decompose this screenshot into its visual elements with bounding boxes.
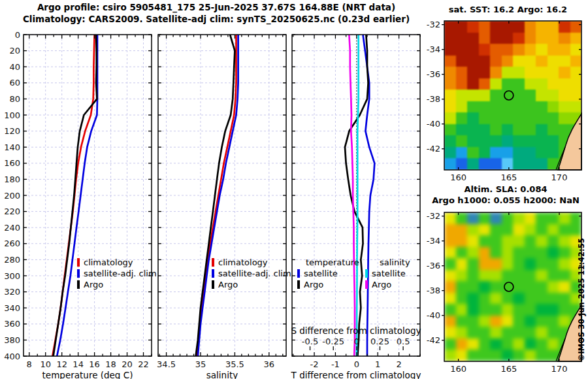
lat-tick-label: -38 (421, 286, 440, 295)
svg-text:-0.5: -0.5 (302, 337, 318, 346)
sst-map-title: sat. SST: 16.2 Argo: 16.2 (428, 4, 588, 15)
svg-text:80: 80 (9, 94, 20, 104)
lat-tick-label: -36 (421, 69, 440, 79)
difference-legend-salinity: salinitysatelliteArgo (365, 257, 410, 290)
svg-text:1: 1 (375, 359, 380, 369)
legend-label: satellite-adj. clim (84, 269, 157, 278)
svg-text:18: 18 (105, 359, 116, 369)
svg-text:0: 0 (15, 30, 20, 40)
svg-text:-2: -2 (310, 359, 319, 369)
argo-position-marker (504, 91, 514, 100)
svg-text:400: 400 (4, 352, 20, 361)
svg-text:salinity: salinity (206, 370, 238, 379)
legend-swatch (212, 258, 214, 267)
sst-map: -32-34-36-38-40-42160165170 (444, 21, 581, 170)
svg-text:320: 320 (4, 287, 20, 297)
legend-label: climatology (218, 257, 268, 267)
legend-swatch (212, 269, 214, 278)
legend-swatch (77, 258, 80, 267)
svg-text:180: 180 (4, 174, 20, 184)
lat-tick-label: -32 (421, 211, 440, 221)
legend-entry: satellite-adj. clim (77, 268, 157, 279)
sla-map-title-line2: Argo h1000: 0.055 h2000: NaN (423, 195, 588, 206)
svg-text:340: 340 (4, 303, 20, 313)
svg-text:0: 0 (354, 359, 359, 369)
svg-text:380: 380 (4, 335, 20, 345)
svg-text:S difference from climatology: S difference from climatology (291, 325, 421, 336)
svg-text:0: 0 (354, 337, 359, 346)
svg-text:-1: -1 (331, 359, 340, 369)
svg-text:200: 200 (4, 191, 20, 201)
sla-map: -32-34-36-38-40-42160165170 (444, 212, 581, 361)
svg-text:10: 10 (40, 359, 51, 369)
svg-text:T difference from climatology: T difference from climatology (291, 370, 421, 379)
svg-text:35.5: 35.5 (225, 359, 244, 369)
profile-panels-chart: 810121416182022temperature (deg C)34.535… (0, 0, 433, 379)
svg-text:260: 260 (4, 239, 20, 248)
svg-text:2: 2 (396, 359, 401, 369)
svg-text:240: 240 (4, 223, 20, 233)
legend-swatch (297, 269, 300, 278)
legend-swatch (365, 269, 368, 278)
legend-entry: satellite (297, 268, 359, 279)
nz-coastline-land (558, 114, 581, 170)
legend-label: Argo (372, 280, 391, 289)
svg-text:280: 280 (4, 255, 20, 265)
svg-text:60: 60 (9, 78, 20, 88)
lon-tick-label: 160 (449, 364, 468, 374)
svg-text:100: 100 (4, 110, 20, 120)
legend-entry: Argo (212, 279, 291, 290)
legend-entry: Argo (77, 279, 157, 290)
svg-text:0.5: 0.5 (397, 337, 410, 346)
legend-swatch (77, 269, 80, 278)
legend-label: Argo (218, 280, 238, 289)
lat-tick-label: -38 (421, 94, 440, 104)
svg-text:20: 20 (122, 359, 133, 369)
legend-entry: satellite (365, 268, 410, 279)
legend-swatch (365, 280, 368, 289)
svg-text:120: 120 (4, 126, 20, 136)
lon-tick-label: 160 (449, 173, 468, 182)
svg-text:16: 16 (89, 359, 100, 369)
imos-copyright: ©IMOS 30-Jun-2025 11:42:55 (577, 218, 586, 361)
argo-profile-report: Argo profile: csiro 5905481_175 25-Jun-2… (0, 0, 588, 379)
difference-legend-temperature: temperaturesatelliteArgo (297, 257, 359, 290)
lon-tick-label: 170 (549, 364, 569, 374)
svg-text:40: 40 (9, 62, 20, 72)
legend-entry: climatology (77, 257, 157, 268)
svg-text:360: 360 (4, 319, 20, 329)
svg-text:22: 22 (138, 359, 149, 369)
lat-tick-label: -36 (421, 261, 440, 271)
svg-text:140: 140 (4, 142, 20, 152)
legend-swatch (297, 280, 300, 289)
salinity-legend: climatologysatellite-adj. climArgo (212, 257, 291, 290)
argo-position-marker (504, 282, 514, 291)
legend-swatch (212, 280, 214, 289)
lat-tick-label: -34 (421, 44, 440, 54)
svg-text:160: 160 (4, 158, 20, 168)
lat-tick-label: -32 (421, 20, 440, 29)
svg-text:36: 36 (264, 359, 275, 369)
svg-text:14: 14 (73, 359, 84, 369)
svg-text:12: 12 (56, 359, 67, 369)
legend-entry: climatology (212, 257, 291, 268)
legend-header: temperature (306, 257, 359, 268)
legend-label: satellite-adj. clim (218, 269, 291, 278)
lon-tick-label: 165 (499, 364, 519, 374)
legend-entry: satellite-adj. clim (212, 268, 291, 279)
svg-text:34.5: 34.5 (157, 359, 176, 369)
sla-map-title-line1: Altim. SLA: 0.084 (423, 184, 588, 195)
svg-text:35: 35 (195, 359, 206, 369)
svg-text:temperature (deg C): temperature (deg C) (42, 370, 133, 379)
svg-text:8: 8 (27, 359, 32, 369)
legend-label: satellite (372, 269, 406, 278)
lat-tick-label: -34 (421, 236, 440, 246)
svg-text:0.25: 0.25 (370, 337, 389, 346)
svg-text:300: 300 (4, 271, 20, 281)
svg-text:-0.25: -0.25 (322, 337, 344, 346)
lat-tick-label: -40 (421, 310, 440, 320)
lat-tick-label: -42 (421, 335, 440, 345)
legend-entry: Argo (365, 279, 410, 290)
legend-label: satellite (304, 269, 338, 278)
temperature-legend: climatologysatellite-adj. climArgo (77, 257, 157, 290)
